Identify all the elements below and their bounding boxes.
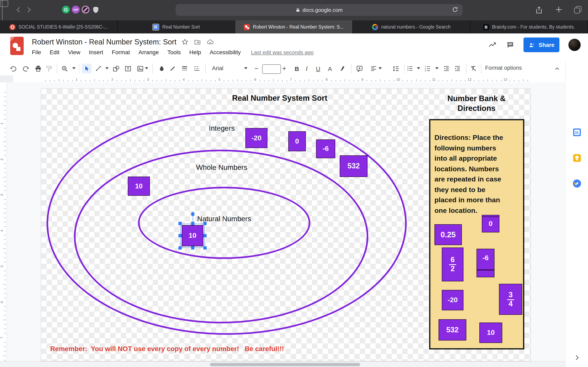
scrollbar-thumb[interactable] (210, 363, 360, 366)
shield-icon[interactable] (92, 5, 100, 14)
bank-tile-minus20[interactable]: -20 (442, 290, 463, 310)
tab-social-studies[interactable]: SOCIAL STUDIES 6-Wallin [25-SS206C-... (0, 20, 118, 33)
google-drawings-logo[interactable] (10, 37, 24, 55)
paint-format-icon[interactable] (44, 64, 54, 73)
keep-icon[interactable] (573, 154, 581, 162)
cloud-saved-icon[interactable] (206, 38, 214, 46)
print-icon[interactable] (33, 64, 43, 73)
share-button[interactable]: Share (523, 38, 559, 52)
tab-real-number-sort[interactable]: Real Number Sort (118, 20, 235, 33)
decrease-indent-icon[interactable] (441, 64, 451, 73)
bank-tile-minus6[interactable]: -6 (476, 249, 494, 277)
document-title[interactable]: Robert Winston - Real Number System: Sor… (32, 38, 176, 46)
bulleted-list-caret[interactable] (417, 67, 420, 69)
star-icon[interactable] (181, 38, 189, 46)
sidebar-toggle-icon[interactable] (0, 0, 8, 7)
border-weight-icon[interactable] (180, 64, 190, 73)
tile-minus6-integers[interactable]: -6 (316, 140, 335, 158)
align-icon[interactable] (369, 64, 379, 73)
drawing-page[interactable]: Real Number System Sort Integers Whole N… (41, 89, 531, 361)
menu-file[interactable]: File (32, 49, 41, 55)
tab-google-search[interactable]: natural numbers - Google Search (353, 20, 470, 33)
rotation-handle[interactable] (191, 212, 194, 216)
zoom-icon[interactable] (60, 64, 69, 73)
forward-icon[interactable] (25, 6, 33, 14)
menu-view[interactable]: View (68, 49, 80, 55)
tile-10-whole[interactable]: 10 (128, 176, 150, 196)
selection-handle-w[interactable] (178, 234, 182, 237)
increase-indent-icon[interactable] (452, 64, 462, 73)
insert-image-icon[interactable] (135, 64, 145, 73)
content-blocker-extension-icon[interactable] (82, 6, 89, 13)
bulleted-list-icon[interactable] (405, 64, 415, 73)
expand-panel-chevron-icon[interactable] (573, 354, 580, 361)
tab-active-document[interactable]: Robert Winston - Real Number System: S..… (235, 20, 353, 33)
font-size-decrease-icon[interactable] (251, 64, 261, 73)
horizontal-scrollbar[interactable] (0, 361, 565, 367)
line-dropdown-caret[interactable] (105, 67, 109, 69)
border-color-icon[interactable] (168, 64, 178, 73)
comment-icon[interactable] (506, 41, 515, 49)
horizontal-ruler[interactable]: 12345678910111213 (0, 75, 565, 83)
bank-tile-10[interactable]: 10 (479, 323, 502, 343)
italic-icon[interactable]: I (302, 64, 311, 73)
back-icon[interactable] (15, 6, 23, 14)
move-folder-icon[interactable] (194, 39, 201, 45)
bank-tile-3-over-4[interactable]: 34 (499, 284, 522, 315)
tab-brainly[interactable]: B Brainly.com - For students. By student… (470, 20, 588, 33)
line-spacing-icon[interactable] (391, 64, 401, 73)
tile-10-natural-selected[interactable]: 10 (182, 225, 203, 246)
selection-handle-s[interactable] (191, 246, 194, 250)
menu-format[interactable]: Format (112, 49, 130, 55)
bank-tile-6-over-2[interactable]: 62 (442, 248, 463, 281)
menu-insert[interactable]: Insert (89, 49, 103, 55)
numbered-list-icon[interactable]: 123 (423, 64, 432, 73)
select-tool-icon[interactable] (82, 64, 91, 73)
numbered-list-caret[interactable] (435, 67, 439, 69)
selection-handle-se[interactable] (203, 246, 207, 250)
bank-tile-0[interactable]: 0 (482, 215, 499, 233)
vertical-ruler[interactable]: 1234567 (0, 82, 7, 361)
new-tab-icon[interactable] (554, 5, 563, 14)
selection-handle-e[interactable] (203, 234, 207, 237)
font-size-increase-icon[interactable] (279, 64, 289, 73)
last-edit-link[interactable]: Last edit was seconds ago (251, 49, 313, 55)
zoom-dropdown-caret[interactable] (72, 67, 76, 69)
address-bar[interactable]: docs.google.com (176, 4, 463, 16)
drawing-title[interactable]: Real Number System Sort (232, 94, 328, 103)
shape-tool-icon[interactable] (111, 64, 121, 73)
collapse-toolbar-icon[interactable] (552, 64, 562, 73)
image-dropdown-caret[interactable] (145, 67, 148, 69)
reload-icon[interactable] (452, 6, 458, 13)
bold-icon[interactable]: B (292, 64, 302, 73)
grammarly-extension-icon[interactable]: G (62, 6, 70, 13)
clear-formatting-icon[interactable] (468, 64, 478, 73)
border-dash-icon[interactable] (192, 64, 202, 73)
selection-handle-n[interactable] (191, 222, 194, 225)
integers-label[interactable]: Integers (209, 124, 234, 133)
text-color-icon[interactable]: A (325, 64, 335, 73)
tab-overview-icon[interactable] (576, 6, 581, 12)
add-comment-icon[interactable] (355, 64, 364, 73)
bank-tile-532[interactable]: 532 (439, 319, 466, 341)
menu-arrange[interactable]: Arrange (138, 49, 159, 55)
bank-tile-0.25[interactable]: 0.25 (434, 224, 462, 245)
avatar[interactable] (568, 39, 581, 51)
trending-icon[interactable] (488, 40, 497, 49)
undo-icon[interactable] (8, 64, 18, 73)
font-dropdown-caret[interactable] (244, 67, 247, 69)
redo-icon[interactable] (21, 64, 31, 73)
menu-tools[interactable]: Tools (167, 49, 181, 55)
whole-numbers-label[interactable]: Whole Numbers (196, 163, 247, 172)
selection-handle-nw[interactable] (178, 222, 182, 225)
tile-0-integers[interactable]: 0 (288, 131, 306, 151)
align-dropdown-caret[interactable] (379, 67, 382, 69)
font-size-input[interactable] (262, 64, 281, 74)
menu-help[interactable]: Help (189, 49, 201, 55)
share-page-icon[interactable] (535, 5, 543, 15)
tile-minus20-integers[interactable]: -20 (245, 128, 268, 148)
text-box-icon[interactable] (123, 64, 133, 73)
menu-accessibility[interactable]: Accessibility (210, 49, 241, 55)
underline-icon[interactable]: U (313, 64, 323, 73)
line-tool-icon[interactable] (94, 64, 103, 73)
